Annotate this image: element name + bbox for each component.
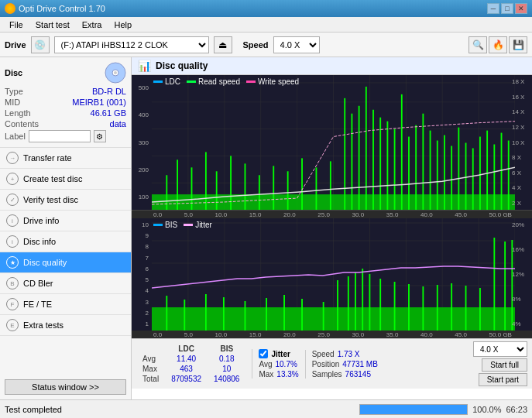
nav-disc-quality[interactable]: ★ Disc quality [0,252,131,273]
burn-icon-button[interactable]: 🔥 [489,36,507,53]
drive-label: Drive [5,40,26,50]
total-bis: 140806 [208,374,245,384]
svg-rect-37 [372,110,374,210]
svg-rect-45 [430,131,431,210]
read-speed-legend-label: Read speed [198,77,240,86]
nav-verify-test-disc[interactable]: ✓ Verify test disc [0,190,131,211]
start-full-button[interactable]: Start full [482,358,527,372]
menu-help[interactable]: Help [108,19,138,31]
y-label-10x: 10 X [512,139,532,146]
write-speed-legend-color [246,81,256,83]
disc-label-row: Label ⚙ [5,130,126,142]
svg-rect-91 [422,286,424,331]
jitter-checkbox[interactable] [259,349,268,358]
scan-icon-button[interactable]: 🔍 [469,36,487,53]
top-chart-y-left: 500 400 300 200 100 [132,84,149,200]
svg-rect-36 [366,87,367,210]
jitter-max-val: 13.3% [276,370,298,379]
speed-stat-val: 1.73 X [338,350,360,358]
speed-select-toolbar[interactable]: 4.0 X [273,36,320,53]
menu-file[interactable]: File [3,19,29,31]
y-label-200: 200 [132,166,149,173]
nav-create-test-disc[interactable]: + Create test disc [0,169,131,190]
disc-info-panel: Disc Type BD-R DL MID MEIRB1 (001) Leng [0,57,131,148]
stats-row: LDC BIS Avg 11.40 0.18 Max 463 [132,338,532,389]
jitter-avg-row: Avg 10.7% [259,360,298,368]
bottom-status-bar: Test completed 100.0% 66:23 [0,399,532,418]
svg-rect-78 [245,301,246,331]
svg-rect-43 [415,125,417,210]
save-icon-button[interactable]: 💾 [509,36,527,53]
create-test-disc-icon: + [6,173,19,185]
svg-rect-79 [266,298,267,331]
speed-stat-label: Speed [312,350,335,358]
drive-icon-button[interactable]: 💿 [31,36,50,53]
svg-rect-85 [355,272,356,331]
disc-length-label: Length [5,108,31,118]
svg-rect-74 [166,296,167,331]
action-section: 4.0 X Start full Start part [473,341,527,386]
svg-rect-94 [465,286,467,331]
y-label-4pct: 4% [512,320,532,327]
svg-rect-90 [408,284,410,331]
svg-rect-89 [394,282,396,331]
avg-ldc: 11.40 [165,354,208,364]
menu-extra[interactable]: Extra [76,19,108,31]
menu-bar: File Start test Extra Help [0,17,532,33]
sidebar: Disc Type BD-R DL MID MEIRB1 (001) Leng [0,57,132,399]
total-ldc: 8709532 [165,374,208,384]
top-chart-x-labels: 0.05.010.015.020.025.030.035.040.045.050… [132,211,532,218]
window-controls[interactable]: ─ □ ✕ [487,3,527,14]
nav-verify-test-disc-label: Verify test disc [23,195,78,204]
svg-rect-49 [458,128,459,210]
stats-avg-row: Avg 11.40 0.18 [136,354,245,364]
jitter-legend-color [184,224,193,226]
y-label-4x: 4 X [512,184,532,191]
svg-rect-32 [330,161,331,210]
svg-rect-48 [451,146,452,210]
svg-rect-24 [216,171,218,210]
position-label: Position [312,360,340,368]
svg-rect-54 [493,144,495,210]
y-label-100: 100 [132,194,149,200]
max-label: Max [136,364,165,374]
menu-start-test[interactable]: Start test [29,19,76,31]
nav-transfer-rate[interactable]: → Transfer rate [0,148,131,169]
svg-rect-21 [177,159,178,210]
transfer-rate-icon: → [6,152,19,164]
nav-disc-quality-label: Disc quality [23,258,67,267]
disc-label-button[interactable]: ⚙ [94,130,106,142]
nav-extra-tests[interactable]: E Extra tests [0,315,131,336]
drive-select[interactable]: (F:) ATAPI iHBS112 2 CLOK [54,36,209,53]
nav-cd-bler[interactable]: B CD Bler [0,273,131,294]
status-window-button[interactable]: Status window >> [5,379,126,395]
maximize-button[interactable]: □ [501,3,513,14]
eject-button[interactable]: ⏏ [214,36,232,53]
nav-drive-info[interactable]: i Drive info [0,211,131,231]
svg-rect-30 [301,158,303,210]
svg-rect-83 [337,280,338,331]
disc-thumbnail [105,62,126,84]
nav-fe-te[interactable]: F FE / TE [0,294,131,315]
extra-tests-icon: E [6,319,19,331]
start-part-button[interactable]: Start part [479,373,527,386]
close-button[interactable]: ✕ [515,3,527,14]
y-label-6x: 6 X [512,170,532,176]
chart-area: LDC Read speed Write speed [132,75,532,399]
svg-rect-26 [245,163,246,210]
y-label-16x: 16 X [512,94,532,101]
nav-transfer-rate-label: Transfer rate [23,153,72,163]
disc-length-value: 46.61 GB [91,108,126,118]
bis-legend-label: BIS [165,221,177,229]
nav-disc-info-label: Disc info [23,237,56,246]
jitter-max-key: Max [259,370,273,379]
y-label-8pct: 8% [512,296,532,303]
jitter-header: Jitter [259,349,298,358]
nav-extra-tests-label: Extra tests [23,320,63,330]
legend-write-speed: Write speed [246,77,299,86]
minimize-button[interactable]: ─ [487,3,499,14]
speed-select-stats[interactable]: 4.0 X [473,341,527,357]
svg-rect-80 [283,295,285,331]
disc-label-input[interactable] [29,130,91,142]
nav-disc-info[interactable]: i Disc info [0,231,131,252]
